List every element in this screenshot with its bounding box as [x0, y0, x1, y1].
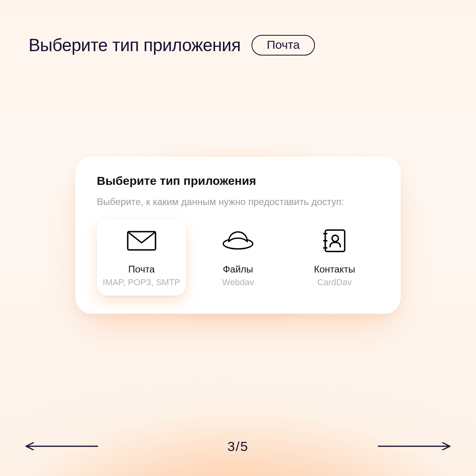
option-label: Контакты [314, 264, 355, 275]
ufo-icon [222, 230, 254, 252]
prev-arrow[interactable] [24, 438, 99, 454]
option-mail[interactable]: Почта IMAP, POP3, SMTP [97, 219, 186, 296]
page-header: Выберите тип приложения Почта [29, 35, 315, 56]
app-type-card-wrap: Выберите тип приложения Выберите, к каки… [75, 157, 401, 314]
page-indicator: 3/5 [227, 439, 248, 454]
contacts-icon [319, 230, 350, 252]
next-arrow[interactable] [377, 438, 452, 454]
option-sub: IMAP, POP3, SMTP [103, 277, 180, 288]
option-label: Файлы [223, 264, 253, 275]
option-files[interactable]: Файлы Webdav [193, 219, 282, 296]
svg-rect-2 [325, 230, 345, 251]
card-title: Выберите тип приложения [97, 174, 379, 188]
pager: 3/5 [0, 438, 476, 454]
option-sub: CardDav [317, 277, 352, 288]
page-title: Выберите тип приложения [29, 35, 240, 55]
app-type-card: Выберите тип приложения Выберите, к каки… [75, 157, 401, 314]
option-label: Почта [128, 264, 155, 275]
option-contacts[interactable]: Контакты CardDav [290, 219, 379, 296]
mail-icon [126, 230, 157, 252]
option-sub: Webdav [222, 277, 254, 288]
card-subtitle: Выберите, к каким данным нужно предостав… [97, 196, 379, 207]
app-type-options: Почта IMAP, POP3, SMTP Файлы Webdav [97, 219, 379, 296]
selected-app-type-chip: Почта [251, 35, 315, 56]
svg-point-3 [332, 235, 338, 242]
